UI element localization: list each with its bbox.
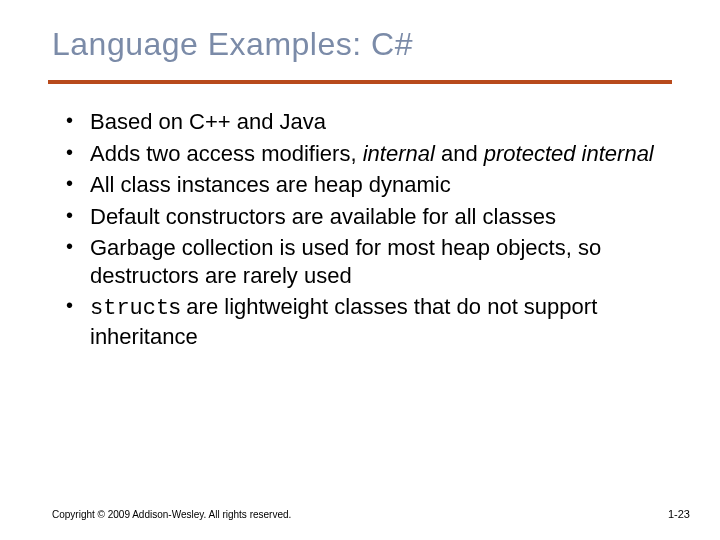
bullet-list: Based on C++ and Java Adds two access mo… <box>62 108 662 350</box>
bullet-item: Adds two access modifiers, internal and … <box>62 140 662 168</box>
bullet-text: Based on C++ and Java <box>90 109 326 134</box>
bullet-text: All class instances are heap dynamic <box>90 172 451 197</box>
page-number: 1-23 <box>668 508 690 520</box>
bullet-item: Default constructors are available for a… <box>62 203 662 231</box>
bullet-item: All class instances are heap dynamic <box>62 171 662 199</box>
bullet-text: Garbage collection is used for most heap… <box>90 235 601 288</box>
slide: Language Examples: C# Based on C++ and J… <box>0 0 720 540</box>
copyright-text: Copyright © 2009 Addison-Wesley. All rig… <box>52 509 291 520</box>
italic-term: internal <box>363 141 435 166</box>
bullet-item: structs are lightweight classes that do … <box>62 293 662 350</box>
bullet-item: Based on C++ and Java <box>62 108 662 136</box>
bullet-text: and <box>435 141 484 166</box>
code-term: struct <box>90 296 169 321</box>
title-underline <box>48 80 672 84</box>
slide-title: Language Examples: C# <box>52 26 413 63</box>
italic-term: protected internal <box>484 141 654 166</box>
bullet-item: Garbage collection is used for most heap… <box>62 234 662 289</box>
bullet-text: Adds two access modifiers, <box>90 141 363 166</box>
slide-body: Based on C++ and Java Adds two access mo… <box>62 108 662 354</box>
bullet-text: Default constructors are available for a… <box>90 204 556 229</box>
